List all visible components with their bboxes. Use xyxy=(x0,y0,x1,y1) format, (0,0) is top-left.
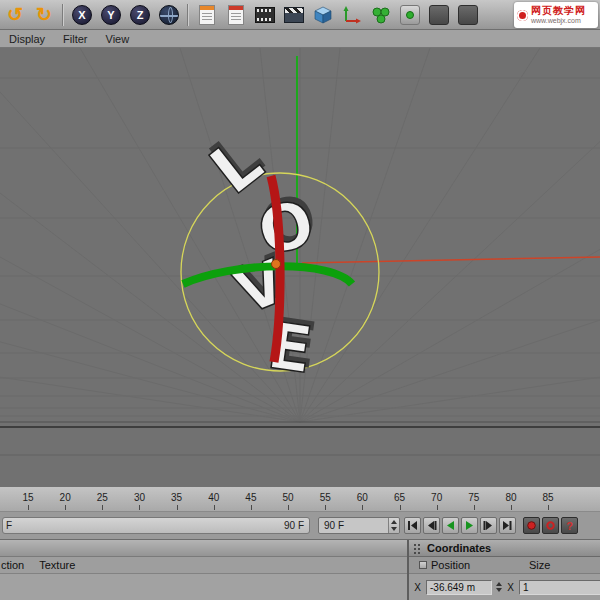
bottom-panels: ction Texture Coordinates Position Size … xyxy=(0,540,600,600)
ruler-tick-mark xyxy=(288,505,289,510)
redo-rotate-icon[interactable]: ↻ xyxy=(31,2,57,28)
ruler-tick-label: 85 xyxy=(536,492,560,503)
ruler-tick-mark xyxy=(437,505,438,510)
frame-stepper[interactable] xyxy=(388,518,399,533)
slider-start-label: F xyxy=(6,520,12,531)
ruler-tick-mark xyxy=(177,505,178,510)
left-panel-menus: ction Texture xyxy=(0,557,407,574)
gizmo-center-point[interactable] xyxy=(272,260,281,269)
size-axis-label: X xyxy=(506,582,515,593)
ruler-tick-label: 75 xyxy=(462,492,486,503)
object-axis-tool-icon[interactable] xyxy=(339,2,365,28)
play-backward-button[interactable] xyxy=(442,517,459,534)
film-render-icon[interactable] xyxy=(252,2,278,28)
position-x-stepper[interactable] xyxy=(496,582,502,592)
current-frame-field[interactable]: 90 F xyxy=(318,517,400,534)
ruler-tick-mark xyxy=(28,505,29,510)
stepper-up-icon[interactable] xyxy=(391,520,397,524)
ruler-tick-label: 40 xyxy=(202,492,226,503)
render-view-icon[interactable] xyxy=(194,2,220,28)
powerslider-row: F 90 F 90 F ? xyxy=(0,512,600,540)
position-axis-label: X xyxy=(413,582,422,593)
ruler-tick-label: 65 xyxy=(388,492,412,503)
stepper-down-icon[interactable] xyxy=(391,527,397,531)
inactive-tool-icon[interactable] xyxy=(426,2,452,28)
toolbar-separator xyxy=(187,4,189,26)
undo-rotate-icon[interactable]: ↺ xyxy=(2,2,28,28)
watermark-url: www.webjx.com xyxy=(531,17,586,24)
ruler-tick-mark xyxy=(400,505,401,510)
coordinates-title: Coordinates xyxy=(427,542,491,554)
ruler-tick-mark xyxy=(325,505,326,510)
left-panel-header xyxy=(0,540,407,557)
lock-x-axis-icon[interactable]: X xyxy=(69,2,95,28)
viewport-menubar: DisplayFilterView xyxy=(0,30,600,48)
main-toolbar: ↺↻XYZ xyxy=(0,0,600,30)
ruler-tick-label: 80 xyxy=(499,492,523,503)
goto-end-button[interactable] xyxy=(499,517,516,534)
left-menu-function[interactable]: ction xyxy=(0,559,24,571)
menu-filter[interactable]: Filter xyxy=(54,33,96,45)
coordinates-header[interactable]: Coordinates xyxy=(409,540,600,557)
ruler-tick-label: 70 xyxy=(425,492,449,503)
coordinates-panel: Coordinates Position Size X -36.649 m X … xyxy=(409,540,600,600)
cinema4d-window: ↺↻XYZ 网页教学网 www.webjx.com DisplayFilterV… xyxy=(0,0,600,600)
autokeying-button[interactable] xyxy=(542,517,559,534)
array-object-icon[interactable] xyxy=(368,2,394,28)
inactive-tool2-icon[interactable] xyxy=(455,2,481,28)
coordinates-columns: Position Size xyxy=(409,557,600,574)
record-keyframe-button[interactable] xyxy=(523,517,540,534)
lock-y-axis-icon[interactable]: Y xyxy=(98,2,124,28)
left-menu-texture[interactable]: Texture xyxy=(39,559,75,571)
panel-grip-icon[interactable] xyxy=(413,543,422,554)
watermark: 网页教学网 www.webjx.com xyxy=(514,2,598,28)
ruler-tick-mark xyxy=(362,505,363,510)
ruler-tick-label: 60 xyxy=(350,492,374,503)
ruler-tick-label: 25 xyxy=(90,492,114,503)
add-cube-object-icon[interactable] xyxy=(310,2,336,28)
viewport-bottom-edge xyxy=(0,426,600,428)
size-x-field[interactable]: 1 xyxy=(519,580,600,595)
ruler-tick-label: 15 xyxy=(16,492,40,503)
ruler-tick-label: 35 xyxy=(165,492,189,503)
viewport-3d[interactable]: L L O O V V E E xyxy=(0,48,600,487)
world-coordinates-icon[interactable] xyxy=(156,2,182,28)
watermark-title: 网页教学网 xyxy=(531,6,586,17)
menu-view[interactable]: View xyxy=(97,33,139,45)
timeline-range-slider[interactable]: F 90 F xyxy=(2,517,310,534)
left-panel-body xyxy=(0,574,407,600)
position-x-field[interactable]: -36.649 m xyxy=(426,580,492,595)
current-frame-value: 90 F xyxy=(324,520,344,531)
column-size: Size xyxy=(529,559,550,571)
slider-end-label: 90 F xyxy=(284,520,304,531)
toolbar-separator xyxy=(62,4,64,26)
menu-display[interactable]: Display xyxy=(0,33,54,45)
ruler-tick-mark xyxy=(102,505,103,510)
ruler-tick-mark xyxy=(251,505,252,510)
next-frame-button[interactable] xyxy=(480,517,497,534)
ruler-tick-mark xyxy=(548,505,549,510)
ruler-tick-mark xyxy=(474,505,475,510)
help-button[interactable]: ? xyxy=(561,517,578,534)
previous-frame-button[interactable] xyxy=(423,517,440,534)
ruler-tick-mark xyxy=(139,505,140,510)
lock-z-axis-icon[interactable]: Z xyxy=(127,2,153,28)
play-forward-button[interactable] xyxy=(461,517,478,534)
ruler-tick-label: 20 xyxy=(53,492,77,503)
ruler-tick-label: 30 xyxy=(127,492,151,503)
render-settings-icon[interactable] xyxy=(223,2,249,28)
ruler-tick-mark xyxy=(214,505,215,510)
record-controls: ? xyxy=(523,517,578,534)
column-position: Position xyxy=(431,559,470,571)
ruler-tick-label: 55 xyxy=(313,492,337,503)
transport-controls xyxy=(404,517,516,534)
stepper-up-icon[interactable] xyxy=(496,582,502,586)
ruler-tick-mark xyxy=(511,505,512,510)
clapperboard-render-icon[interactable] xyxy=(281,2,307,28)
stepper-down-icon[interactable] xyxy=(496,588,502,592)
watermark-logo-icon xyxy=(517,10,528,21)
timeline-ruler[interactable]: 152025303540455055606570758085 xyxy=(0,487,600,512)
ruler-tick-label: 45 xyxy=(239,492,263,503)
goto-start-button[interactable] xyxy=(404,517,421,534)
snap-settings-icon[interactable] xyxy=(397,2,423,28)
